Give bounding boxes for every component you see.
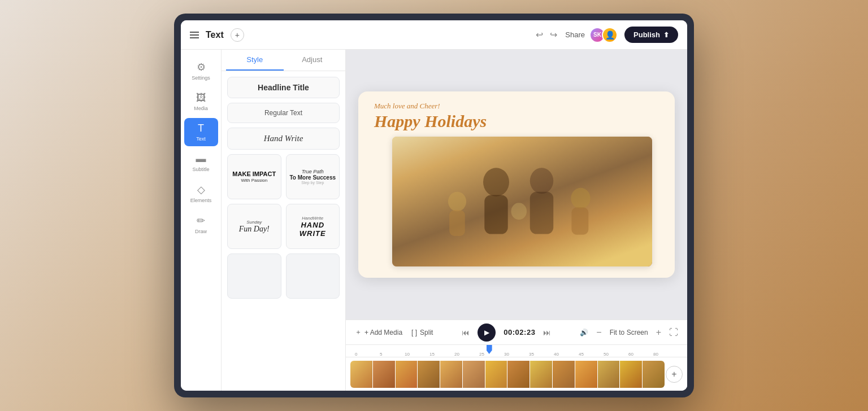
template-hand-write-line2: HAND WRITE bbox=[290, 221, 336, 238]
svg-rect-6 bbox=[449, 210, 465, 236]
template-make-impact[interactable]: MAKE IMPACT With Passion bbox=[227, 154, 281, 199]
undo-button[interactable]: ↩ bbox=[535, 28, 544, 41]
timeline-thumb-1 bbox=[350, 361, 372, 388]
media-icon: 🖼 bbox=[196, 92, 206, 104]
canvas-headline: Much love and Cheer! Happy Holidays bbox=[374, 102, 487, 130]
timeline-thumb-10 bbox=[553, 361, 575, 388]
family-photo bbox=[392, 137, 652, 266]
panel-tabs: Style Adjust bbox=[222, 50, 345, 71]
timeline-thumb-14 bbox=[643, 361, 665, 388]
top-bar: Text + ↩ ↪ Share SK 👤 Publish ⬆ bbox=[181, 20, 687, 50]
upload-icon: ⬆ bbox=[663, 31, 669, 39]
tab-style[interactable]: Style bbox=[226, 50, 284, 71]
ruler-marks: 0 5 10 15 20 25 30 35 40 45 50 60 80 bbox=[355, 352, 678, 357]
add-clip-button[interactable]: + bbox=[666, 366, 683, 383]
timeline-track[interactable] bbox=[350, 361, 665, 388]
canvas-title: Happy Holidays bbox=[374, 112, 487, 130]
laptop-screen: Text + ↩ ↪ Share SK 👤 Publish ⬆ bbox=[181, 20, 687, 391]
template-fun-day[interactable]: Sunday Fun Day! bbox=[227, 204, 281, 249]
template-make-impact-line2: With Passion bbox=[241, 178, 267, 183]
main-area: ⚙ Settings 🖼 Media T Text ▬ Subtitle ◇ bbox=[181, 50, 687, 391]
svg-point-7 bbox=[571, 188, 591, 209]
ruler-mark-10: 10 bbox=[405, 352, 429, 357]
ruler-mark-15: 15 bbox=[429, 352, 454, 357]
volume-icon[interactable]: 🔊 bbox=[580, 329, 588, 336]
timeline-thumb-13 bbox=[620, 361, 642, 388]
tab-adjust[interactable]: Adjust bbox=[284, 50, 341, 71]
sidebar-label-draw: Draw bbox=[195, 229, 207, 234]
template-true-path-line1: True Path bbox=[302, 169, 324, 174]
timeline-thumb-9 bbox=[530, 361, 552, 388]
timeline-thumb-7 bbox=[485, 361, 507, 388]
template-true-path[interactable]: True Path To More Success Step by Step bbox=[286, 154, 340, 199]
timeline-thumb-2 bbox=[373, 361, 395, 388]
add-media-label: + Add Media bbox=[364, 329, 402, 336]
ruler-mark-45: 45 bbox=[579, 352, 604, 357]
sidebar-item-media[interactable]: 🖼 Media bbox=[184, 88, 218, 116]
zoom-out-button[interactable]: − bbox=[596, 327, 601, 338]
canvas-viewport[interactable]: Much love and Cheer! Happy Holidays bbox=[346, 50, 687, 320]
prev-button[interactable]: ⏮ bbox=[462, 328, 470, 337]
share-area: Share SK 👤 bbox=[565, 27, 618, 43]
menu-icon[interactable] bbox=[190, 32, 199, 38]
sidebar-item-elements[interactable]: ◇ Elements bbox=[184, 179, 218, 208]
share-label: Share bbox=[565, 30, 585, 39]
ruler-mark-50: 50 bbox=[604, 352, 628, 357]
sidebar-item-draw[interactable]: ✏ Draw bbox=[184, 210, 218, 239]
next-button[interactable]: ⏭ bbox=[543, 328, 551, 337]
template-fun-day-line1: Sunday bbox=[246, 220, 262, 225]
play-button[interactable]: ▶ bbox=[478, 323, 496, 342]
redo-button[interactable]: ↪ bbox=[549, 28, 558, 41]
template-true-path-line2: To More Success bbox=[290, 174, 336, 181]
ruler-mark-40: 40 bbox=[554, 352, 579, 357]
fit-screen-button[interactable]: Fit to Screen bbox=[610, 329, 648, 336]
headline-title-button[interactable]: Headline Title bbox=[227, 77, 340, 98]
ruler-mark-0: 0 bbox=[355, 352, 380, 357]
control-center: ⏮ ▶ 00:02:23 ⏭ bbox=[462, 323, 551, 342]
ruler-mark-30: 30 bbox=[504, 352, 529, 357]
fullscreen-button[interactable]: ⛶ bbox=[669, 327, 678, 338]
template-fun-day-line2: Fun Day! bbox=[239, 225, 270, 234]
zoom-in-button[interactable]: + bbox=[656, 327, 661, 338]
add-media-button[interactable]: ＋ + Add Media bbox=[355, 327, 402, 337]
top-bar-right: ↩ ↪ Share SK 👤 Publish ⬆ bbox=[535, 27, 678, 43]
ruler-mark-25: 25 bbox=[479, 352, 504, 357]
template-empty-1[interactable] bbox=[227, 253, 281, 299]
split-label: Split bbox=[420, 329, 433, 336]
sidebar-item-subtitle[interactable]: ▬ Subtitle bbox=[184, 148, 218, 177]
regular-text-button[interactable]: Regular Text bbox=[227, 103, 340, 123]
laptop-shell: Text + ↩ ↪ Share SK 👤 Publish ⬆ bbox=[174, 14, 694, 397]
ruler-mark-60: 60 bbox=[628, 352, 653, 357]
sidebar-label-text: Text bbox=[196, 136, 206, 142]
split-button[interactable]: [ ] Split bbox=[411, 329, 433, 336]
sidebar-item-text[interactable]: T Text bbox=[184, 118, 218, 146]
svg-rect-2 bbox=[484, 195, 507, 234]
template-hand-write[interactable]: HandWrite HAND WRITE bbox=[286, 204, 340, 249]
ruler-mark-80: 80 bbox=[653, 352, 678, 357]
control-bar: ＋ + Add Media [ ] Split ⏮ ▶ 00:02:23 ⏭ bbox=[346, 320, 687, 344]
handwrite-button[interactable]: Hand Write bbox=[227, 128, 340, 150]
timeline-thumb-8 bbox=[507, 361, 530, 388]
svg-point-1 bbox=[483, 168, 509, 196]
settings-icon: ⚙ bbox=[197, 61, 206, 73]
top-bar-left: Text + bbox=[190, 28, 244, 42]
svg-point-9 bbox=[511, 203, 527, 220]
canvas-area: Much love and Cheer! Happy Holidays bbox=[346, 50, 687, 391]
sidebar: ⚙ Settings 🖼 Media T Text ▬ Subtitle ◇ bbox=[181, 50, 222, 391]
subtitle-icon: ▬ bbox=[196, 153, 206, 165]
template-empty-2[interactable] bbox=[286, 253, 340, 299]
timeline-thumb-3 bbox=[396, 361, 418, 388]
undo-redo-group: ↩ ↪ bbox=[535, 28, 558, 41]
publish-label: Publish bbox=[633, 30, 660, 39]
time-display: 00:02:23 bbox=[504, 328, 535, 336]
timeline-thumb-5 bbox=[440, 361, 462, 388]
timeline-thumb-4 bbox=[418, 361, 440, 388]
control-left: ＋ + Add Media [ ] Split bbox=[355, 327, 433, 337]
avatar-group: SK 👤 bbox=[589, 27, 618, 43]
canvas-photo bbox=[392, 137, 652, 266]
sidebar-item-settings[interactable]: ⚙ Settings bbox=[184, 56, 218, 85]
add-button[interactable]: + bbox=[231, 28, 244, 42]
sidebar-label-settings: Settings bbox=[192, 75, 210, 81]
publish-button[interactable]: Publish ⬆ bbox=[624, 27, 678, 43]
sidebar-label-elements: Elements bbox=[190, 198, 212, 203]
